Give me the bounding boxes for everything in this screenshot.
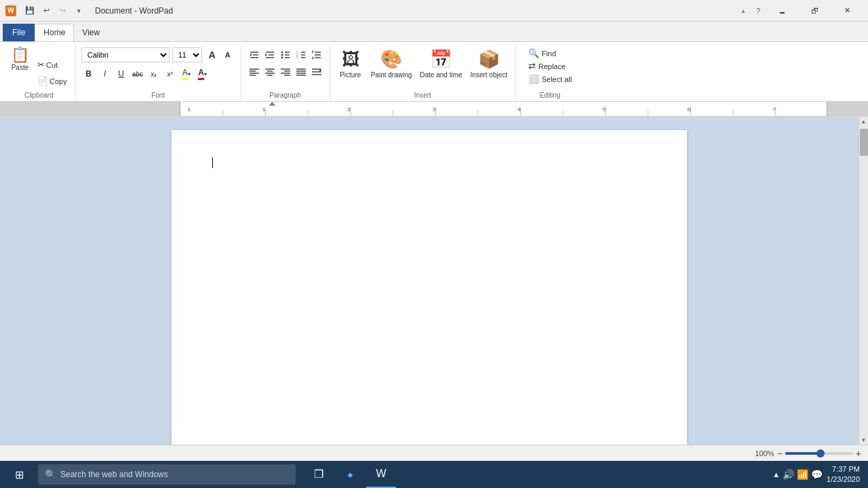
- tab-home[interactable]: Home: [35, 24, 74, 41]
- scroll-track[interactable]: [859, 126, 868, 435]
- font-family-select[interactable]: Calibri: [81, 47, 170, 62]
- decrease-font-button[interactable]: A: [220, 47, 235, 62]
- paste-icon: 📋: [11, 47, 29, 62]
- paragraph-group-label: Paragraph: [247, 92, 324, 101]
- task-view-button[interactable]: ❐: [304, 461, 334, 488]
- bullets-button[interactable]: [278, 47, 293, 62]
- scroll-up-button[interactable]: ▲: [859, 117, 869, 126]
- zoom-slider-thumb[interactable]: [816, 449, 825, 458]
- window-title: Document - WordPad: [95, 6, 173, 16]
- taskbar-app-icons: ❐ ⬥ W: [304, 461, 396, 488]
- svg-point-8: [281, 52, 283, 54]
- find-button[interactable]: 🔍 Find: [526, 47, 574, 59]
- zoom-minus-button[interactable]: −: [777, 448, 783, 459]
- svg-text:4: 4: [517, 106, 521, 113]
- title-bar-left: W 💾 ↩ ↪ ▾ Document - WordPad: [5, 4, 173, 18]
- volume-icon[interactable]: 📶: [797, 469, 808, 480]
- font-group-label: Font: [81, 92, 235, 101]
- copy-button[interactable]: 📄 Copy: [35, 74, 70, 89]
- zoom-plus-button[interactable]: +: [856, 448, 861, 459]
- window-minimize-button[interactable]: 🗕: [766, 0, 797, 22]
- bold-button[interactable]: B: [81, 66, 96, 81]
- window-close-button[interactable]: ✕: [831, 0, 863, 22]
- font-color-button[interactable]: A ▾: [195, 66, 210, 81]
- taskbar-search-text: Search the web and Windows: [60, 470, 168, 479]
- clock-display[interactable]: 7:37 PM 1/23/2020: [827, 464, 860, 485]
- select-all-button[interactable]: ⬜ Select all: [526, 73, 574, 85]
- qat-undo-button[interactable]: ↩: [39, 4, 53, 18]
- taskbar-icon-1[interactable]: ⬥: [335, 461, 365, 488]
- qat-redo-button[interactable]: ↪: [56, 4, 69, 18]
- zoom-slider-fill: [785, 452, 819, 455]
- taskbar-right: ▲ 🔊 📶 💬 7:37 PM 1/23/2020: [772, 464, 865, 485]
- ribbon-help-btn[interactable]: ?: [751, 4, 765, 18]
- svg-text:6: 6: [687, 106, 691, 113]
- notification-icon[interactable]: 💬: [811, 469, 823, 480]
- right-to-left-button[interactable]: [309, 64, 324, 79]
- zoom-control: 100% − +: [755, 448, 861, 459]
- picture-button[interactable]: 🖼 Picture: [336, 47, 366, 80]
- zoom-slider[interactable]: [785, 452, 853, 455]
- select-all-icon: ⬜: [528, 74, 539, 84]
- align-left-button[interactable]: [247, 64, 262, 79]
- strikethrough-button[interactable]: abc: [130, 66, 145, 81]
- paint-drawing-button[interactable]: 🎨 Paint drawing: [368, 47, 415, 80]
- cut-button[interactable]: ✂ Cut: [35, 58, 70, 73]
- date-label: 1/23/2020: [827, 474, 860, 485]
- qat-save-button[interactable]: 💾: [23, 4, 37, 18]
- font-selector-row: Calibri 11 A A: [81, 47, 235, 62]
- window-maximize-button[interactable]: 🗗: [799, 0, 830, 22]
- increase-indent-button[interactable]: [262, 47, 277, 62]
- taskbar-wordpad-icon[interactable]: W: [366, 461, 396, 488]
- text-color-picker-button[interactable]: A ▾: [179, 66, 194, 81]
- increase-font-button[interactable]: A: [205, 47, 220, 62]
- svg-point-10: [281, 57, 283, 59]
- ruler-body[interactable]: 1 1 2 3 4 5 6 7: [180, 102, 827, 116]
- decrease-indent-button[interactable]: [247, 47, 262, 62]
- ribbon-minimize-btn[interactable]: ▲: [736, 4, 750, 18]
- italic-button[interactable]: I: [98, 66, 113, 81]
- subscript-button[interactable]: x₂: [146, 66, 161, 81]
- align-right-button[interactable]: [278, 64, 293, 79]
- date-time-button[interactable]: 📅 Date and time: [417, 47, 465, 80]
- svg-text:2: 2: [347, 106, 351, 113]
- paste-button[interactable]: 📋 Paste: [8, 46, 32, 73]
- tray-arrow-icon[interactable]: ▲: [772, 470, 780, 479]
- quick-access-toolbar: 💾 ↩ ↪ ▾: [23, 4, 85, 18]
- paint-icon: 🎨: [380, 49, 402, 70]
- status-bar: 100% − +: [0, 445, 868, 461]
- document-area: ▲ ▼: [0, 117, 868, 445]
- superscript-button[interactable]: x²: [163, 66, 178, 81]
- line-spacing-button[interactable]: [309, 47, 324, 62]
- justify-button[interactable]: [294, 64, 309, 79]
- font-group: Calibri 11 A A B I U abc x₂ x²: [76, 45, 241, 101]
- document-scroll-container[interactable]: [0, 117, 859, 445]
- editing-group-label: Editing: [521, 92, 578, 101]
- cut-icon: ✂: [37, 60, 45, 70]
- replace-button[interactable]: ⇄ Replace: [526, 60, 574, 72]
- svg-text:3.: 3.: [296, 56, 298, 59]
- svg-marker-7: [265, 54, 267, 56]
- scroll-thumb[interactable]: [860, 129, 868, 156]
- tab-file[interactable]: File: [3, 24, 35, 41]
- network-icon[interactable]: 🔊: [783, 469, 794, 480]
- insert-group-label: Insert: [336, 92, 510, 101]
- scroll-down-button[interactable]: ▼: [859, 435, 869, 445]
- qat-dropdown-button[interactable]: ▾: [72, 4, 85, 18]
- start-button[interactable]: ⊞: [3, 461, 35, 488]
- numbering-button[interactable]: 1.2.3.: [294, 47, 309, 62]
- replace-icon: ⇄: [528, 61, 536, 71]
- svg-text:1: 1: [187, 106, 191, 113]
- svg-marker-23: [312, 50, 313, 54]
- insert-object-button[interactable]: 📦 Insert object: [468, 47, 510, 80]
- svg-marker-24: [312, 56, 313, 60]
- tab-view[interactable]: View: [74, 24, 108, 41]
- underline-button[interactable]: U: [114, 66, 129, 81]
- vertical-scrollbar[interactable]: ▲ ▼: [859, 117, 868, 445]
- taskbar-search[interactable]: 🔍 Search the web and Windows: [38, 464, 296, 485]
- font-size-select[interactable]: 11: [172, 47, 202, 62]
- font-format-row: B I U abc x₂ x² A ▾ A ▾: [81, 66, 210, 81]
- text-cursor: [212, 157, 213, 168]
- document-page[interactable]: [172, 130, 687, 445]
- align-center-button[interactable]: [262, 64, 277, 79]
